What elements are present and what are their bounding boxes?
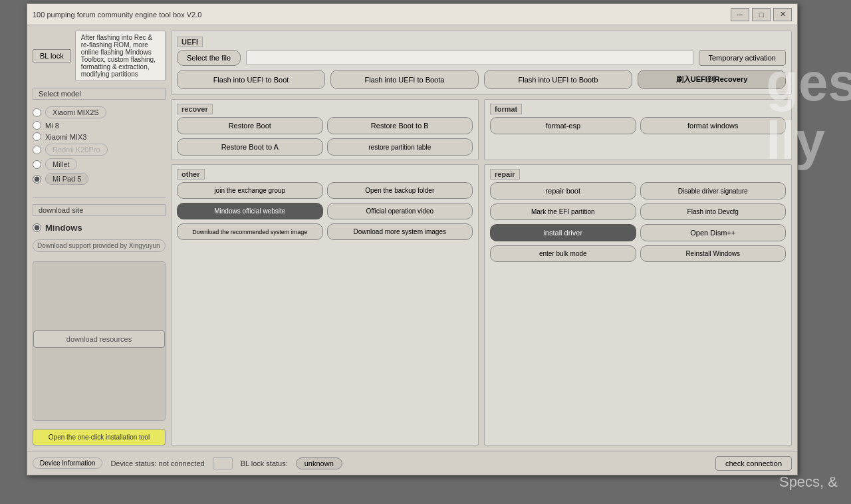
device-status-text: Device status: not connected [110, 459, 204, 467]
model-radio-group: Xiaomi MIX2S Mi 8 Xiaomi MIX3 Redmi K20P… [33, 106, 166, 185]
recover-section: recover Restore Boot Restore Boot to B R… [171, 99, 479, 160]
restore-boot-b-button[interactable]: Restore Boot to B [327, 117, 473, 134]
minimize-button[interactable]: ─ [731, 8, 749, 21]
other-section: other join the exchange group Open the b… [171, 164, 479, 445]
restore-partition-button[interactable]: restore partition table [327, 138, 473, 156]
device-status-badge [213, 457, 233, 469]
download-support: Download support provided by Xingyuyun [33, 239, 166, 252]
format-grid: format-esp format windows [490, 117, 786, 134]
other-grid: join the exchange group Open the backup … [177, 182, 473, 240]
model-mi8[interactable]: Mi 8 [33, 121, 166, 130]
uefi-label: UEFI [177, 37, 203, 47]
official-video-button[interactable]: Official operation video [327, 203, 473, 219]
file-path-input[interactable] [246, 51, 693, 65]
open-backup-button[interactable]: Open the backup folder [327, 182, 473, 199]
maximize-button[interactable]: □ [752, 8, 771, 21]
check-connection-button[interactable]: check connection [715, 456, 792, 471]
disable-driver-button[interactable]: Disable driver signature [640, 182, 787, 199]
model-millet[interactable]: Millet [33, 158, 166, 170]
download-recommended-button[interactable]: Download the recommended system image [177, 223, 323, 240]
enter-bulk-button[interactable]: enter bulk mode [490, 245, 636, 262]
download-area: download resources [33, 261, 166, 421]
model-redmi-k20pro[interactable]: Redmi K20Pro [33, 144, 166, 156]
download-more-button[interactable]: Download more system images [327, 223, 473, 240]
install-driver-button[interactable]: install driver [490, 224, 636, 241]
model-xiaomi-mix2s[interactable]: Xiaomi MIX2S [33, 106, 166, 118]
recover-label: recover [177, 104, 213, 114]
select-file-button[interactable]: Select the file [177, 50, 241, 66]
temp-activation-button[interactable]: Temporary activation [699, 50, 787, 66]
recover-grid: Restore Boot Restore Boot to B Restore B… [177, 117, 473, 156]
close-button[interactable]: ✕ [773, 8, 792, 21]
select-model-label: Select model [33, 88, 166, 100]
title-bar: 100 pumping forum community engine tool … [27, 4, 797, 25]
bg-text-bottom: Specs, & [779, 473, 838, 491]
format-windows-button[interactable]: format windows [640, 117, 787, 134]
repair-grid: repair boot Disable driver signature Mar… [490, 182, 786, 262]
uefi-row1: Select the file Temporary activation [177, 50, 786, 66]
reinstall-windows-button[interactable]: Reinstall Windows [640, 245, 787, 262]
mark-efi-button[interactable]: Mark the EFI partition [490, 203, 636, 220]
download-site-label: download site [33, 204, 166, 216]
main-panel: UEFI Select the file Temporary activatio… [171, 31, 792, 445]
bl-lock-status-label: BL lock status: [241, 459, 288, 467]
content-area: BL lock After flashing into Rec & re-fla… [27, 25, 797, 475]
other-label: other [177, 169, 205, 180]
window: 100 pumping forum community engine tool … [27, 3, 798, 475]
model-xiaomi-mix3[interactable]: Xiaomi MIX3 [33, 132, 166, 141]
format-label: format [490, 104, 522, 114]
restore-boot-a-button[interactable]: Restore Boot to A [177, 138, 323, 156]
repair-label: repair [490, 169, 520, 180]
open-dism-button[interactable]: Open Dism++ [640, 224, 787, 241]
info-bar: After flashing into Rec & re-flashing RO… [75, 31, 166, 81]
device-info-button[interactable]: Device Information [33, 457, 102, 469]
bottom-section: other join the exchange group Open the b… [171, 164, 792, 445]
one-click-install-button[interactable]: Open the one-click installation tool [33, 429, 166, 445]
repair-boot-button[interactable]: repair boot [490, 182, 636, 199]
repair-section: repair repair boot Disable driver signat… [484, 164, 792, 445]
flash-uefi-boota-button[interactable]: Flash into UEFI to Boota [330, 70, 479, 89]
mid-section: recover Restore Boot Restore Boot to B R… [171, 99, 792, 160]
sidebar: BL lock After flashing into Rec & re-fla… [33, 31, 166, 445]
mindows-radio[interactable]: Mindows [33, 223, 166, 233]
uefi-section: UEFI Select the file Temporary activatio… [171, 31, 792, 95]
uefi-row2: Flash into UEFI to Boot Flash into UEFI … [177, 70, 786, 89]
format-section: format format-esp format windows [484, 99, 792, 160]
title-text: 100 pumping forum community engine tool … [33, 11, 201, 19]
restore-boot-button[interactable]: Restore Boot [177, 117, 323, 134]
download-resources-button[interactable]: download resources [33, 330, 165, 348]
model-mipad5[interactable]: Mi Pad 5 [33, 173, 166, 185]
flash-uefi-boot-button[interactable]: Flash into UEFI to Boot [177, 70, 325, 89]
flash-uefi-bootb-button[interactable]: Flash into UEFI to Bootb [484, 70, 632, 89]
join-exchange-button[interactable]: join the exchange group [177, 182, 323, 199]
sidebar-top: BL lock After flashing into Rec & re-fla… [33, 31, 166, 81]
flash-devcfg-button[interactable]: Flash into Devcfg [640, 203, 787, 220]
status-bar: Device Information Device status: not co… [27, 451, 797, 475]
flash-uefi-recovery-button[interactable]: 刷入UEFI到Recovery [638, 70, 786, 89]
mindows-official-button[interactable]: Mindows official website [177, 203, 323, 219]
bl-unknown-badge: unknown [296, 457, 342, 469]
title-controls: ─ □ ✕ [731, 8, 792, 21]
format-esp-button[interactable]: format-esp [490, 117, 636, 134]
bl-lock-button[interactable]: BL lock [33, 49, 71, 63]
